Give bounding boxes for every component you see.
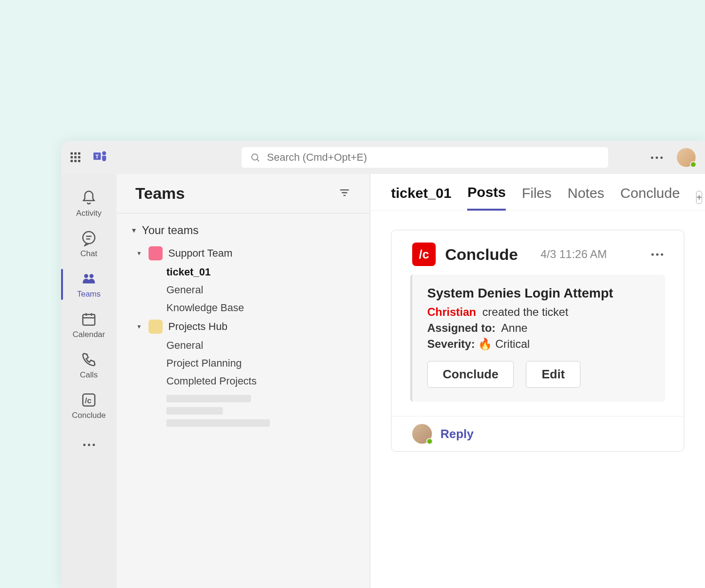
chevron-down-icon: ▼ bbox=[131, 227, 137, 234]
rail-calendar[interactable]: Calendar bbox=[61, 305, 117, 345]
calendar-icon bbox=[81, 311, 97, 327]
assigned-to: Anne bbox=[501, 321, 527, 334]
reply-label: Reply bbox=[440, 427, 474, 441]
add-tab-button[interactable]: + bbox=[696, 191, 703, 204]
svg-point-9 bbox=[89, 274, 94, 278]
phone-icon bbox=[81, 352, 97, 368]
teams-icon bbox=[81, 271, 97, 287]
plus-icon: + bbox=[697, 192, 702, 203]
filter-icon bbox=[338, 186, 351, 199]
reply-avatar bbox=[412, 424, 432, 444]
rail-activity[interactable]: Activity bbox=[61, 183, 117, 224]
team-tile-icon bbox=[149, 246, 163, 260]
skeleton-placeholder bbox=[166, 395, 251, 402]
svg-text:/c: /c bbox=[85, 396, 92, 405]
waffle-menu-icon[interactable] bbox=[70, 152, 81, 163]
rail-teams[interactable]: Teams bbox=[61, 264, 117, 305]
conclude-app-icon: /c bbox=[81, 392, 97, 408]
channel-knowledge-base[interactable]: Knowledge Base bbox=[131, 299, 356, 317]
severity-value: Critical bbox=[495, 337, 530, 350]
svg-point-5 bbox=[83, 232, 95, 243]
rail-label: Conclude bbox=[72, 411, 106, 420]
team-name: Projects Hub bbox=[168, 321, 227, 333]
svg-text:T: T bbox=[95, 154, 99, 159]
rail-label: Teams bbox=[77, 290, 101, 299]
app-window: T Search (Cmd+Opt+E) Activity Chat Teams… bbox=[61, 141, 705, 588]
channel-general-2[interactable]: General bbox=[131, 337, 356, 354]
search-icon bbox=[250, 152, 260, 163]
team-support-team[interactable]: ▼ Support Team bbox=[131, 243, 356, 263]
channel-general[interactable]: General bbox=[131, 281, 356, 299]
svg-point-3 bbox=[252, 154, 258, 160]
search-box[interactable]: Search (Cmd+Opt+E) bbox=[242, 147, 608, 168]
post-app-name: Conclude bbox=[445, 245, 518, 264]
rail-label: Calls bbox=[80, 370, 98, 380]
skeleton-placeholder bbox=[166, 419, 270, 427]
post-card: /c Conclude 4/3 11:26 AM System Denies L… bbox=[391, 230, 684, 452]
ticket-title: System Denies Login Attempt bbox=[427, 286, 650, 301]
channel-title: ticket_01 bbox=[391, 185, 451, 210]
severity-label: Severity: bbox=[427, 337, 475, 350]
rail-chat[interactable]: Chat bbox=[61, 224, 117, 264]
more-icon bbox=[83, 444, 95, 446]
ticket-creator: Christian bbox=[427, 306, 476, 318]
topbar: T Search (Cmd+Opt+E) bbox=[61, 141, 705, 174]
teams-logo-icon: T bbox=[92, 149, 108, 166]
search-placeholder: Search (Cmd+Opt+E) bbox=[267, 151, 367, 164]
channel-project-planning[interactable]: Project Planning bbox=[131, 354, 356, 372]
presence-indicator bbox=[690, 161, 697, 168]
conclude-button[interactable]: Conclude bbox=[427, 361, 514, 388]
teams-panel: Teams ▼ Your teams ▼ Support Team ticket… bbox=[117, 174, 370, 588]
reply-button[interactable]: Reply bbox=[392, 416, 684, 451]
tab-conclude[interactable]: Conclude bbox=[620, 185, 680, 210]
svg-rect-10 bbox=[83, 314, 95, 325]
panel-title: Teams bbox=[135, 184, 185, 203]
channel-ticket-01[interactable]: ticket_01 bbox=[131, 263, 356, 281]
section-label: Your teams bbox=[142, 224, 199, 237]
rail-label: Calendar bbox=[73, 330, 105, 339]
tab-posts[interactable]: Posts bbox=[467, 184, 506, 211]
channel-content: ticket_01 Posts Files Notes Conclude + /… bbox=[370, 174, 705, 588]
team-tile-icon bbox=[149, 320, 163, 334]
tab-files[interactable]: Files bbox=[522, 185, 551, 210]
fire-icon: 🔥 bbox=[478, 337, 492, 350]
chevron-down-icon: ▼ bbox=[136, 323, 143, 330]
team-name: Support Team bbox=[168, 247, 233, 259]
chevron-down-icon: ▼ bbox=[136, 250, 143, 257]
tab-notes[interactable]: Notes bbox=[567, 185, 604, 210]
app-rail: Activity Chat Teams Calendar Calls /c Co… bbox=[61, 174, 117, 588]
post-more-button[interactable] bbox=[651, 253, 663, 256]
rail-label: Activity bbox=[76, 209, 102, 218]
rail-label: Chat bbox=[80, 249, 97, 259]
channel-completed-projects[interactable]: Completed Projects bbox=[131, 372, 356, 390]
chat-icon bbox=[81, 230, 97, 246]
svg-point-8 bbox=[84, 274, 88, 278]
team-projects-hub[interactable]: ▼ Projects Hub bbox=[131, 317, 356, 337]
rail-calls[interactable]: Calls bbox=[61, 345, 117, 385]
assigned-label: Assigned to: bbox=[427, 321, 495, 334]
rail-conclude[interactable]: /c Conclude bbox=[61, 385, 117, 426]
user-avatar[interactable] bbox=[677, 148, 696, 167]
post-body: System Denies Login Attempt Christian cr… bbox=[410, 274, 665, 402]
post-timestamp: 4/3 11:26 AM bbox=[540, 248, 607, 261]
svg-line-4 bbox=[257, 159, 259, 162]
topbar-more-icon[interactable] bbox=[651, 157, 663, 159]
svg-point-1 bbox=[102, 151, 106, 156]
filter-button[interactable] bbox=[338, 186, 351, 201]
rail-more[interactable] bbox=[61, 437, 117, 452]
tab-bar: ticket_01 Posts Files Notes Conclude + bbox=[370, 174, 705, 211]
bell-icon bbox=[81, 190, 97, 206]
your-teams-section[interactable]: ▼ Your teams bbox=[131, 224, 356, 237]
skeleton-placeholder bbox=[166, 407, 223, 415]
conclude-app-icon: /c bbox=[412, 243, 436, 266]
edit-button[interactable]: Edit bbox=[526, 361, 580, 388]
created-text: created the ticket bbox=[482, 306, 568, 318]
presence-indicator bbox=[426, 438, 433, 445]
